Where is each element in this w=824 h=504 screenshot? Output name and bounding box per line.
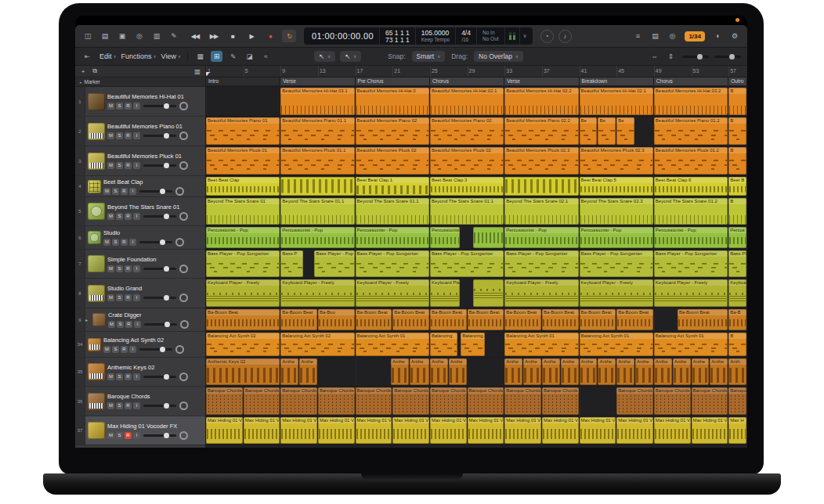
mute-button[interactable]: M [107, 132, 114, 139]
region[interactable]: Balancing Act Synth 01 [504, 333, 578, 356]
region[interactable]: Beautiful Memories Hi-Hat 0 [356, 88, 429, 115]
region[interactable]: Max Hiding 01 V [318, 417, 355, 444]
region[interactable]: Ba-Boom Beat [468, 309, 504, 330]
metronome-icon[interactable]: ♪ [558, 30, 572, 43]
volume-slider[interactable] [143, 376, 176, 378]
play-button[interactable]: ▶ [244, 30, 258, 42]
track-lane[interactable]: Beautiful Memories Piano 01Beautiful Mem… [206, 117, 747, 146]
region[interactable]: Ba-Boom Beat [580, 309, 616, 330]
track-name[interactable]: Max Hiding 01 Vocoder FX [107, 423, 202, 430]
region[interactable]: Balancing Act Synth 01 [654, 333, 728, 356]
track-icon[interactable] [88, 93, 105, 110]
volume-thumb[interactable] [164, 163, 169, 168]
region[interactable]: Ba-B [728, 309, 746, 330]
record-enable-button[interactable]: R [125, 294, 132, 301]
region[interactable]: Anthe [504, 358, 522, 385]
region[interactable]: Beautiful Memories Piano 02 [430, 117, 504, 145]
region[interactable] [473, 279, 504, 307]
volume-slider[interactable] [143, 164, 176, 167]
region[interactable]: Bass Player - Pop Songwriter [356, 250, 429, 277]
region[interactable]: Bass Player - Pop Songwriter [430, 250, 504, 277]
track-lane[interactable]: Beyond The Stars Snare 01Beyond The Star… [206, 197, 747, 226]
region[interactable]: Anthe [299, 358, 317, 385]
volume-slider[interactable] [139, 190, 172, 193]
region[interactable]: Max Hiding 01 V [504, 417, 541, 444]
zoom-horizontal-icon[interactable]: ⇔ [649, 51, 660, 62]
region[interactable]: Baroque Chords [244, 387, 280, 415]
region[interactable]: Beautiful Memories Pluck 02 [430, 147, 504, 175]
region[interactable]: Baroque Chords [654, 387, 691, 415]
region[interactable]: Beet Beat Clap.6 [654, 177, 728, 196]
region[interactable]: Baroque Chords [280, 387, 317, 415]
pan-knob[interactable] [179, 431, 188, 440]
regions-view-icon[interactable]: ⊞ [211, 51, 222, 62]
region[interactable]: Baroque Chords [430, 387, 467, 415]
region[interactable]: Beautiful Memories Piano 01.2 [654, 117, 728, 145]
chevron-down-icon[interactable]: ∨ [520, 27, 530, 45]
track-header-row[interactable]: 7Simple FoundationMSRI [75, 250, 205, 279]
track-icon[interactable] [88, 338, 101, 351]
pan-knob[interactable] [179, 265, 188, 273]
region[interactable]: Anthe [598, 358, 616, 385]
mute-button[interactable]: M [103, 239, 110, 246]
region[interactable]: Beautiful Memories Pluck 01 [206, 147, 280, 175]
record-enable-button[interactable]: R [125, 162, 132, 169]
solo-button[interactable]: S [117, 321, 124, 328]
track-icon[interactable] [88, 180, 101, 193]
region[interactable]: Bass Player - Pop Songwriter [580, 250, 653, 277]
track-header-row[interactable]: 4Beet Beat ClapMSRI [75, 176, 205, 197]
region[interactable]: Max Hiding 01 V [206, 417, 243, 444]
snap-menu[interactable]: Smart ∨ [412, 51, 446, 62]
volume-slider[interactable] [143, 105, 176, 107]
marker-section[interactable]: Pre Chorus [356, 77, 430, 85]
region[interactable]: Max Hiding 01 V [542, 417, 579, 444]
marker-section[interactable]: Outro [728, 77, 747, 85]
track-lane[interactable]: Beautiful Memories Pluck 01Beautiful Mem… [206, 146, 747, 176]
volume-thumb[interactable] [160, 347, 165, 352]
region[interactable]: Anthe [654, 358, 672, 385]
solo-button[interactable]: S [116, 103, 123, 110]
region[interactable]: Ba-Boom Beat [280, 309, 317, 330]
flex-ic on[interactable]: ≈ [260, 51, 272, 62]
pan-knob[interactable] [179, 102, 188, 110]
region[interactable]: B [728, 198, 746, 225]
record-enable-button[interactable]: R [125, 432, 132, 439]
menu-functions[interactable]: Functions∨ [121, 52, 157, 60]
volume-slider[interactable] [143, 268, 176, 270]
record-enable-button[interactable]: R [125, 265, 132, 272]
region[interactable]: Baroque Chords [692, 387, 728, 415]
solo-button[interactable]: S [112, 188, 119, 195]
region[interactable]: Beet Beat Clap.5 [580, 177, 653, 196]
menu-edit[interactable]: Edit∨ [99, 52, 117, 60]
track-lane[interactable]: Max Hiding 01 VMax Hiding 01 VMax Hiding… [206, 416, 747, 445]
region[interactable]: Baroque Chords [542, 387, 579, 415]
solo-button[interactable]: S [116, 432, 123, 439]
region[interactable]: Percussionist - Pop [206, 227, 280, 248]
volume-thumb[interactable] [164, 133, 169, 139]
solo-button[interactable]: S [116, 132, 123, 139]
region[interactable]: Max Hiding 01 V [392, 417, 429, 444]
region[interactable]: Anthemic Keys 02 [206, 358, 280, 385]
record-enable-button[interactable]: R [121, 346, 128, 353]
region[interactable] [280, 177, 354, 196]
track-lane[interactable]: Anthemic Keys 02AntheAntheAntheAntheAnth… [206, 358, 747, 387]
track-icon[interactable] [88, 285, 105, 302]
region[interactable]: Anthe [635, 358, 653, 385]
marker-section[interactable]: Breakdown [580, 77, 654, 85]
region[interactable]: Max Hiding 01 V [356, 417, 392, 444]
volume-thumb[interactable] [164, 295, 169, 301]
mixer-icon[interactable]: ▥ [150, 30, 163, 42]
track-lane[interactable]: Balancing Act Synth 02Balancing Act Synt… [206, 332, 747, 358]
region[interactable]: Beyond The Stars Snare 01.1 [356, 198, 429, 225]
region[interactable]: B [728, 88, 746, 115]
track-header-row[interactable]: 8Studio GrandMSRI [75, 279, 205, 308]
region[interactable]: Anthe [692, 358, 710, 385]
region[interactable]: Baroque Chords [392, 387, 429, 415]
region[interactable]: Beyond The Stars Snare 02.3 [580, 198, 653, 225]
region[interactable]: Keyboard Player - Freely [280, 279, 354, 307]
input-monitor-button[interactable]: I [133, 402, 140, 409]
volume-slider[interactable] [143, 135, 176, 137]
region[interactable]: Percus [728, 227, 746, 248]
record-enable-button[interactable]: R [125, 373, 132, 380]
list-view-icon[interactable]: ≡ [631, 30, 644, 42]
